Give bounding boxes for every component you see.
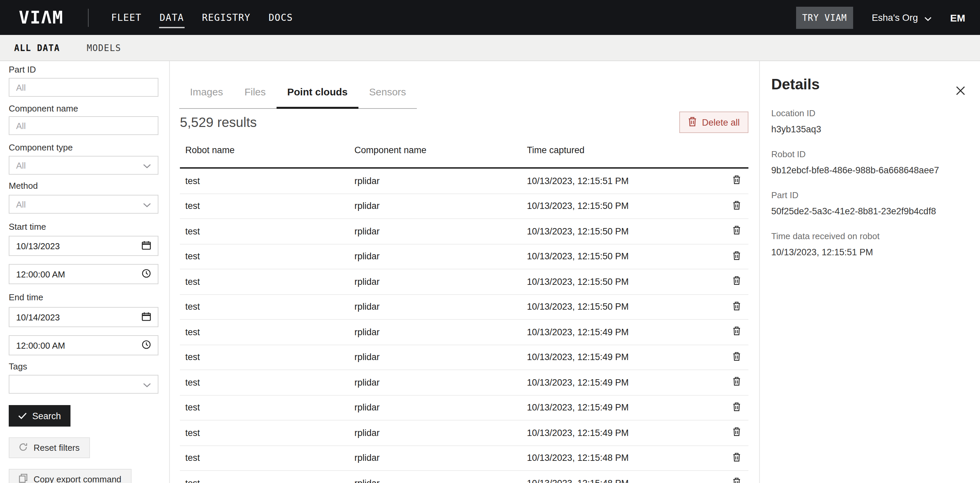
end-time-input[interactable]: 12:00:00 AM — [9, 335, 158, 355]
details-title: Details — [771, 75, 979, 94]
delete-row-button[interactable] — [724, 201, 748, 212]
point-clouds-table: Robot name Component name Time captured … — [180, 133, 748, 483]
trash-icon — [733, 327, 740, 338]
start-time-label: Start time — [9, 222, 158, 233]
org-switcher[interactable]: Esha's Org — [872, 11, 931, 24]
start-time-input[interactable]: 12:00:00 AM — [9, 264, 158, 284]
try-viam-button[interactable]: TRY VIAM — [796, 6, 853, 29]
time-captured-cell: 10/13/2023, 12:15:50 PM — [527, 277, 724, 287]
table-row[interactable]: test rplidar 10/13/2023, 12:15:49 PM — [180, 320, 748, 345]
component-name-cell: rplidar — [355, 252, 527, 261]
details-field-time-received: Time data received on robot 10/13/2023, … — [771, 231, 979, 258]
search-button[interactable]: Search — [9, 405, 70, 427]
time-captured-cell: 10/13/2023, 12:15:50 PM — [527, 302, 724, 312]
delete-all-label: Delete all — [702, 117, 740, 127]
delete-row-button[interactable] — [724, 402, 748, 413]
results-header: 5,529 results Delete all — [180, 112, 748, 133]
nav-item-registry[interactable]: REGISTRY — [202, 0, 250, 35]
table-row[interactable]: test rplidar 10/13/2023, 12:15:48 PM — [180, 446, 748, 471]
table-row[interactable]: test rplidar 10/13/2023, 12:15:49 PM — [180, 395, 748, 421]
copy-export-command-label: Copy export command — [33, 474, 121, 483]
reset-filters-button[interactable]: Reset filters — [9, 437, 90, 458]
tab-images[interactable]: Images — [179, 85, 234, 109]
tags-select[interactable] — [9, 375, 158, 394]
robot-name-cell: test — [185, 302, 355, 312]
table-row[interactable]: test rplidar 10/13/2023, 12:15:50 PM — [180, 295, 748, 320]
delete-row-button[interactable] — [724, 377, 748, 388]
tab-point-clouds[interactable]: Point clouds — [277, 85, 358, 109]
table-row[interactable]: test rplidar 10/13/2023, 12:15:49 PM — [180, 370, 748, 395]
data-subnav: ALL DATA MODELS — [0, 35, 980, 61]
robot-name-cell: test — [185, 378, 355, 387]
tab-sensors[interactable]: Sensors — [358, 85, 417, 109]
table-row[interactable]: test rplidar 10/13/2023, 12:15:50 PM — [180, 219, 748, 244]
copy-export-command-button[interactable]: Copy export command — [9, 469, 132, 483]
close-icon[interactable] — [955, 85, 966, 99]
delete-all-button[interactable]: Delete all — [679, 112, 748, 133]
delete-row-button[interactable] — [724, 226, 748, 237]
delete-row-button[interactable] — [724, 453, 748, 464]
column-header-time-captured: Time captured — [527, 145, 724, 155]
filter-sidebar: Part ID Component name Component type Al… — [0, 61, 170, 483]
viam-data-app: VIΛM FLEET DATA REGISTRY DOCS TRY VIAM E… — [0, 0, 980, 483]
primary-nav: FLEET DATA REGISTRY DOCS — [111, 0, 311, 35]
table-row[interactable]: test rplidar 10/13/2023, 12:15:49 PM — [180, 345, 748, 370]
component-name-input[interactable] — [9, 116, 158, 135]
table-row[interactable]: test rplidar 10/13/2023, 12:15:50 PM — [180, 269, 748, 295]
delete-row-button[interactable] — [724, 352, 748, 363]
delete-row-button[interactable] — [724, 176, 748, 187]
trash-icon — [733, 301, 740, 312]
nav-item-fleet[interactable]: FLEET — [111, 0, 141, 35]
trash-icon — [733, 176, 740, 187]
chevron-down-icon — [143, 160, 151, 170]
component-name-cell: rplidar — [355, 352, 527, 362]
subnav-all-data[interactable]: ALL DATA — [14, 43, 60, 53]
viam-logo[interactable]: VIΛM — [19, 0, 64, 35]
component-name-cell: rplidar — [355, 378, 527, 387]
calendar-icon — [142, 311, 151, 323]
delete-row-button[interactable] — [724, 327, 748, 338]
details-panel: Details Location ID h3yb135aq3 Robot ID … — [760, 61, 979, 483]
table-body: test rplidar 10/13/2023, 12:15:51 PM tes… — [180, 169, 748, 483]
start-date-input[interactable]: 10/13/2023 — [9, 236, 158, 256]
field-value: 10/13/2023, 12:15:51 PM — [771, 247, 979, 258]
time-captured-cell: 10/13/2023, 12:15:49 PM — [527, 352, 724, 362]
trash-icon — [733, 453, 740, 464]
table-header-row: Robot name Component name Time captured — [180, 133, 748, 169]
nav-item-data[interactable]: DATA — [160, 0, 184, 35]
end-date-input[interactable]: 10/14/2023 — [9, 307, 158, 327]
robot-name-cell: test — [185, 453, 355, 463]
trash-icon — [688, 116, 702, 128]
details-field-part-id: Part ID 50f25de2-5a3c-41e2-8b81-23e2f9b4… — [771, 190, 979, 217]
component-name-cell: rplidar — [355, 302, 527, 312]
logo-divider — [88, 8, 88, 27]
trash-icon — [733, 251, 740, 262]
nav-item-docs[interactable]: DOCS — [269, 0, 293, 35]
user-avatar-initials[interactable]: EM — [950, 12, 965, 23]
table-row[interactable]: test rplidar 10/13/2023, 12:15:51 PM — [180, 169, 748, 194]
delete-row-button[interactable] — [724, 276, 748, 287]
table-row[interactable]: test rplidar 10/13/2023, 12:15:50 PM — [180, 194, 748, 219]
end-time-label: End time — [9, 292, 158, 303]
delete-row-button[interactable] — [724, 427, 748, 438]
search-button-label: Search — [32, 411, 61, 421]
table-row[interactable]: test rplidar 10/13/2023, 12:15:48 PM — [180, 471, 748, 483]
table-row[interactable]: test rplidar 10/13/2023, 12:15:49 PM — [180, 421, 748, 446]
tags-label: Tags — [9, 362, 158, 372]
component-name-cell: rplidar — [355, 428, 527, 438]
method-select[interactable]: All — [9, 195, 158, 214]
component-type-select[interactable]: All — [9, 156, 158, 175]
delete-row-button[interactable] — [724, 478, 748, 483]
tab-files[interactable]: Files — [234, 85, 276, 109]
subnav-models[interactable]: MODELS — [87, 43, 121, 53]
delete-row-button[interactable] — [724, 301, 748, 312]
delete-row-button[interactable] — [724, 251, 748, 262]
chevron-down-icon — [143, 379, 151, 389]
time-captured-cell: 10/13/2023, 12:15:48 PM — [527, 478, 724, 483]
top-navigation-bar: VIΛM FLEET DATA REGISTRY DOCS TRY VIAM E… — [0, 0, 980, 35]
start-date-value: 10/13/2023 — [16, 241, 60, 251]
component-name-cell: rplidar — [355, 201, 527, 211]
part-id-input[interactable] — [9, 78, 158, 97]
trash-icon — [733, 352, 740, 363]
table-row[interactable]: test rplidar 10/13/2023, 12:15:50 PM — [180, 244, 748, 269]
